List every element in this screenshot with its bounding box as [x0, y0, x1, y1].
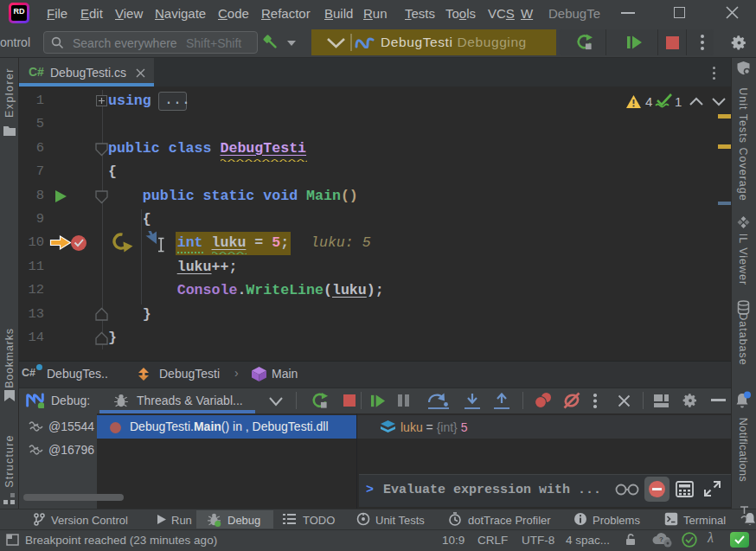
svg-text:?: ?	[659, 535, 663, 543]
